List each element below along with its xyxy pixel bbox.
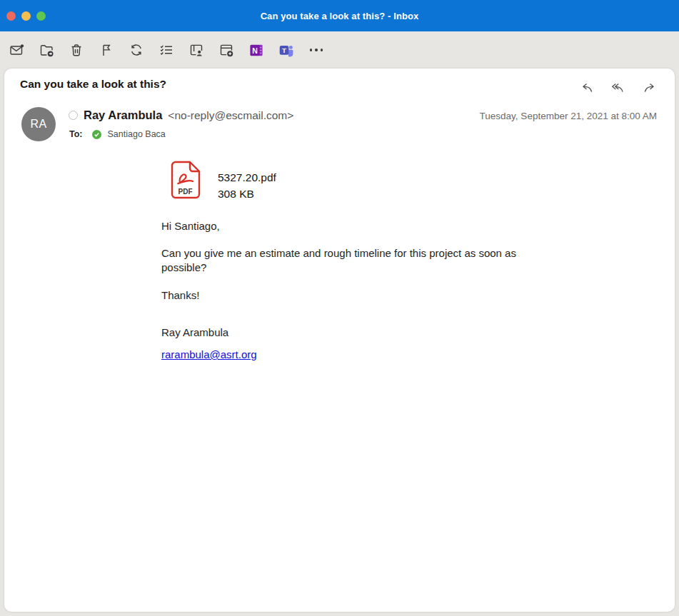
sender-initials: RA <box>30 118 46 131</box>
flag-icon <box>99 42 114 58</box>
message-body: Hi Santiago, Can you give me an estimate… <box>161 219 522 362</box>
move-to-folder-button[interactable] <box>39 42 54 58</box>
sender-row: Ray Arambula <no-reply@escmail.com> <box>69 108 293 122</box>
reply-all-button[interactable] <box>611 81 625 95</box>
reply-all-icon <box>611 81 625 95</box>
onenote-button[interactable]: N <box>248 42 264 58</box>
svg-text:N: N <box>252 46 258 54</box>
attachment-meta: 5327.20.pdf 308 KB <box>218 160 276 202</box>
more-button[interactable] <box>308 42 324 58</box>
attachment-filename[interactable]: 5327.20.pdf <box>218 169 276 186</box>
trash-icon <box>69 42 84 58</box>
attachment-size: 308 KB <box>218 186 276 202</box>
reply-icon <box>580 81 595 95</box>
sender-email: <no-reply@escmail.com> <box>168 109 293 122</box>
svg-text:PDF: PDF <box>178 188 193 196</box>
to-row: To: Santiago Baca <box>69 129 166 139</box>
mark-unread-button[interactable] <box>9 42 24 58</box>
folder-move-icon <box>39 42 54 58</box>
contact-card-button[interactable] <box>188 42 204 58</box>
traffic-lights <box>6 0 46 31</box>
body-paragraph: Can you give me an estimate and rough ti… <box>161 246 517 275</box>
new-window-button[interactable] <box>218 42 234 58</box>
verified-check-icon <box>92 130 101 139</box>
onenote-icon: N <box>248 42 264 59</box>
reply-button[interactable] <box>580 81 595 95</box>
window-title: Can you take a look at this? - Inbox <box>0 11 679 21</box>
forward-button[interactable] <box>642 81 656 95</box>
sender-name: Ray Arambula <box>84 108 162 122</box>
window-titlebar: Can you take a look at this? - Inbox <box>0 0 679 31</box>
forward-icon <box>642 81 656 95</box>
pdf-file-icon: PDF <box>169 160 203 201</box>
teams-button[interactable]: T <box>278 42 294 58</box>
signature-email-link[interactable]: rarambula@asrt.org <box>161 348 257 360</box>
svg-text:T: T <box>282 46 286 54</box>
recipient-name[interactable]: Santiago Baca <box>108 129 166 139</box>
body-closing: Thanks! <box>161 288 522 303</box>
more-icon <box>310 49 323 51</box>
message-date: Tuesday, September 21, 2021 at 8:00 AM <box>480 111 657 121</box>
teams-icon: T <box>278 42 294 59</box>
todo-list-button[interactable] <box>159 42 174 58</box>
attachment[interactable]: PDF 5327.20.pdf 308 KB <box>169 160 276 202</box>
toolbar: N T <box>0 31 679 69</box>
card-person-icon <box>188 42 204 58</box>
checklist-icon <box>159 42 174 58</box>
sync-icon <box>129 42 144 58</box>
message-subject: Can you take a look at this? <box>20 78 166 91</box>
envelope-dot-icon <box>9 42 24 58</box>
body-signature: Ray Arambula <box>161 325 522 340</box>
reply-actions <box>580 81 656 95</box>
flag-button[interactable] <box>99 42 114 58</box>
body-greeting: Hi Santiago, <box>161 219 522 233</box>
zoom-window-button[interactable] <box>36 11 46 21</box>
reading-pane: Can you take a look at this? RA Ra <box>4 69 675 612</box>
to-label: To: <box>69 129 83 139</box>
sync-button[interactable] <box>129 42 144 58</box>
sender-avatar[interactable]: RA <box>21 107 56 141</box>
select-message-radio[interactable] <box>69 111 78 120</box>
delete-button[interactable] <box>69 42 84 58</box>
close-window-button[interactable] <box>6 11 16 21</box>
minimize-window-button[interactable] <box>21 11 31 21</box>
window-plus-icon <box>218 42 234 58</box>
signature-link-row: rarambula@asrt.org <box>161 348 522 362</box>
